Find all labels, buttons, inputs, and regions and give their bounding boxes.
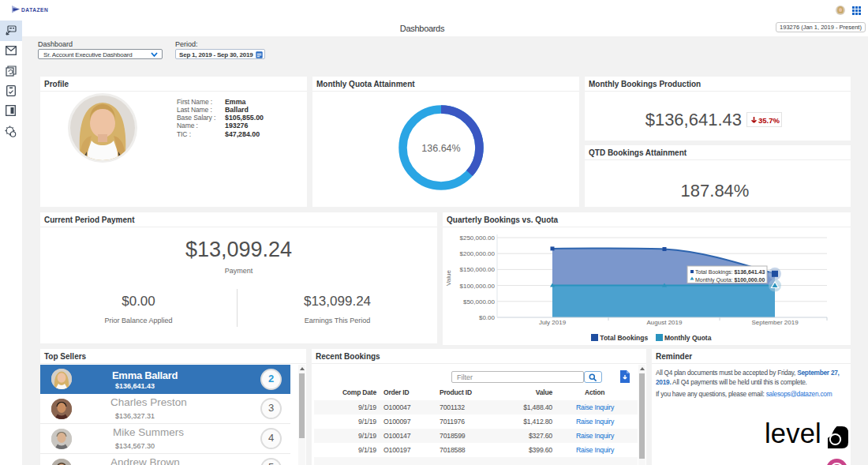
svg-text:$50,000.00: $50,000.00 (463, 298, 496, 306)
svg-text:DATAZEN: DATAZEN (21, 7, 48, 13)
svg-text:$150,000.00: $150,000.00 (460, 266, 496, 273)
svg-text:Monthly Quota: $100,000.00: Monthly Quota: $100,000.00 (695, 277, 765, 283)
svg-text:August 2019: August 2019 (647, 319, 683, 326)
svg-text:September 2019: September 2019 (751, 319, 799, 326)
svg-text:$100,000.00: $100,000.00 (460, 283, 496, 290)
svg-text:Total Bookings: $136,641.43: Total Bookings: $136,641.43 (695, 269, 765, 276)
svg-text:$0.00: $0.00 (479, 314, 496, 321)
svg-text:Value: Value (445, 270, 452, 286)
svg-text:July 2019: July 2019 (539, 319, 567, 326)
svg-text:136.64%: 136.64% (421, 143, 460, 154)
svg-text:$250,000.00: $250,000.00 (460, 234, 496, 242)
svg-text:$200,000.00: $200,000.00 (460, 250, 496, 257)
